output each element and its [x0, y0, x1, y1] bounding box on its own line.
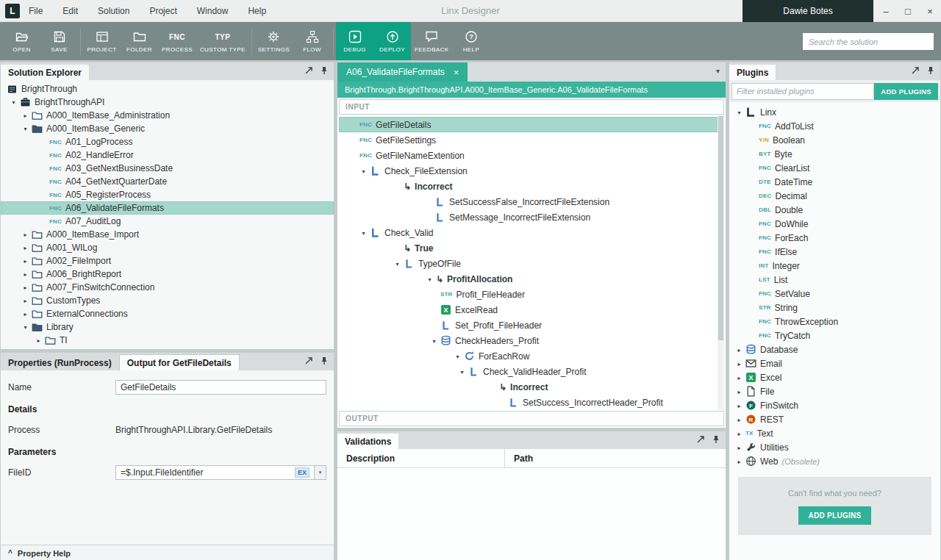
process-button[interactable]: FNCPROCESS — [158, 22, 196, 60]
plugin-item-database[interactable]: ▸Database — [729, 342, 940, 356]
solution-item-a006-brightreport[interactable]: ▸A006_BrightReport — [1, 268, 334, 281]
collapse-arrow-icon[interactable]: ▾ — [457, 368, 467, 375]
process-node-excelread[interactable]: XExcelRead — [339, 302, 724, 317]
expand-arrow-icon[interactable]: ▸ — [21, 298, 30, 304]
input-section-band[interactable]: INPUT — [339, 99, 724, 115]
plugin-item-ifelse[interactable]: FNCIfElse — [729, 245, 940, 259]
tab-solution-explorer[interactable]: Solution Explorer — [1, 65, 89, 80]
expand-arrow-icon[interactable]: ▸ — [21, 271, 30, 278]
process-node-profit-fileheader[interactable]: STRProfit_FileHeader — [339, 287, 724, 302]
plugin-item-dowhile[interactable]: FNCDoWhile — [729, 217, 940, 231]
search-input[interactable] — [803, 33, 934, 50]
tab-validations[interactable]: Validations — [337, 434, 398, 449]
expand-arrow-icon[interactable]: ▸ — [34, 337, 43, 344]
solution-item-brightthroughapi[interactable]: ▾BrightThroughAPI — [1, 96, 334, 109]
collapse-arrow-icon[interactable]: ▾ — [21, 324, 30, 331]
solution-item-brightthrough[interactable]: BrightThrough — [1, 82, 334, 96]
pin-icon[interactable] — [320, 356, 329, 365]
plugin-item-integer[interactable]: INTInteger — [729, 259, 940, 273]
process-node-setsuccessfalse-incorrectfileextension[interactable]: SetSuccessFalse_IncorrectFileExtension — [339, 194, 724, 209]
expand-arrow-icon[interactable]: ▸ — [734, 374, 744, 381]
tab-a06-validatefileformats[interactable]: A06_ValidateFileFormats × — [337, 62, 468, 82]
tab-properties-runprocess[interactable]: Properties (RunProcess) — [1, 355, 119, 370]
collapse-arrow-icon[interactable]: ▾ — [393, 260, 402, 267]
help-button[interactable]: ?HELP — [452, 22, 490, 60]
expand-arrow-icon[interactable]: ▸ — [21, 245, 30, 251]
menu-window[interactable]: Window — [197, 6, 229, 16]
folder-button[interactable]: FOLDER — [121, 22, 158, 60]
process-node-incorrect[interactable]: ↳Incorrect — [339, 379, 724, 395]
name-field[interactable] — [115, 380, 326, 395]
plugin-item-datetime[interactable]: DTEDateTime — [729, 175, 940, 189]
plugin-item-web[interactable]: ▸Web(Obsolete) — [729, 454, 940, 468]
process-node-true[interactable]: ↳True — [339, 240, 724, 256]
process-node-getfilenameextention[interactable]: FNCGetFileNameExtention — [339, 148, 724, 163]
plugin-item-utilities[interactable]: ▸Utilities — [729, 440, 940, 454]
close-button[interactable]: × — [919, 0, 941, 22]
collapse-arrow-icon[interactable]: ▾ — [734, 109, 744, 115]
expand-arrow-icon[interactable]: ▸ — [21, 311, 30, 317]
plugin-item-list[interactable]: LSTList — [729, 273, 940, 287]
plugin-item-text[interactable]: ▸TXText — [729, 426, 940, 440]
process-node-check-fileextension[interactable]: ▾Check_FileExtension — [339, 163, 724, 179]
collapse-arrow-icon[interactable]: ▾ — [21, 126, 30, 132]
feedback-button[interactable]: FEEDBACK — [411, 22, 452, 60]
column-description[interactable]: Description — [337, 449, 505, 467]
plugin-item-setvalue[interactable]: FNCSetValue — [729, 287, 940, 301]
solution-item-a02-handleerror[interactable]: FNCA02_HandleError — [1, 148, 334, 162]
fileid-field[interactable]: EX — [115, 465, 315, 480]
plugin-item-excel[interactable]: ▸XExcel — [729, 370, 940, 384]
tab-plugins[interactable]: Plugins — [729, 65, 776, 80]
solution-item-a001-wilog[interactable]: ▸A001_WILog — [1, 241, 334, 254]
process-node-check-valid[interactable]: ▾Check_Valid — [339, 225, 724, 240]
output-section-band[interactable]: OUTPUT — [339, 411, 724, 426]
plugin-item-addtolist[interactable]: FNCAddToList — [729, 119, 940, 133]
tab-output-for-getfiledetails[interactable]: Output for GetFileDetails — [119, 354, 240, 370]
collapse-arrow-icon[interactable]: ▾ — [453, 353, 462, 359]
solution-item-ti[interactable]: ▸TI — [1, 334, 334, 347]
process-node-setsuccess-incorrectheader-profit[interactable]: SetSuccess_IncorrectHeader_Profit — [339, 395, 724, 410]
plugin-item-decimal[interactable]: DECDecimal — [729, 189, 940, 203]
pin-icon[interactable] — [712, 435, 720, 444]
float-panel-icon[interactable] — [304, 66, 313, 75]
solution-item-a05-registerprocess[interactable]: FNCA05_RegisterProcess — [1, 188, 334, 201]
plugin-item-foreach[interactable]: FNCForEach — [729, 231, 940, 245]
maximize-button[interactable]: □ — [897, 0, 919, 22]
name-input[interactable] — [121, 382, 321, 392]
solution-item-externalconnections[interactable]: ▸ExternalConnections — [1, 307, 334, 320]
solution-item-a04-getnextquarterdate[interactable]: FNCA04_GetNextQuarterDate — [1, 175, 334, 188]
menu-help[interactable]: Help — [248, 6, 266, 16]
pin-icon[interactable] — [320, 66, 329, 75]
process-node-foreachrow[interactable]: ▾ForEachRow — [339, 348, 724, 364]
tab-list-icon[interactable]: ▾ — [716, 67, 720, 75]
solution-item-a07-auditlog[interactable]: FNCA07_AuditLog — [1, 215, 334, 228]
expand-arrow-icon[interactable]: ▸ — [21, 112, 30, 119]
process-node-typeoffile[interactable]: ▾TypeOfFile — [339, 256, 724, 271]
process-node-incorrect[interactable]: ↳Incorrect — [339, 179, 724, 194]
collapse-arrow-icon[interactable]: ▾ — [9, 99, 18, 106]
expand-arrow-icon[interactable]: ▸ — [21, 258, 30, 265]
plugin-filter-input[interactable] — [731, 83, 874, 100]
custom-type-button[interactable]: TYPCUSTOM TYPE — [196, 22, 249, 60]
close-tab-icon[interactable]: × — [454, 67, 459, 78]
menu-edit[interactable]: Edit — [62, 6, 78, 16]
solution-item-a000-itembase-generic[interactable]: ▾A000_ItemBase_Generic — [1, 122, 334, 135]
process-node-getfiledetails[interactable]: FNCGetFileDetails — [339, 117, 724, 132]
solution-item-customtypes[interactable]: ▸CustomTypes — [1, 294, 334, 307]
expand-arrow-icon[interactable]: ▸ — [21, 231, 30, 238]
column-path[interactable]: Path — [505, 449, 533, 467]
collapse-arrow-icon[interactable]: ▾ — [359, 168, 368, 174]
float-panel-icon[interactable] — [696, 435, 705, 444]
plugin-item-finswitch[interactable]: ▸FFinSwitch — [729, 398, 940, 412]
solution-item-a03-getnextbusinessdate[interactable]: FNCA03_GetNextBusinessDate — [1, 162, 334, 175]
add-plugins-button[interactable]: ADD PLUGINS — [874, 83, 938, 100]
collapse-arrow-icon[interactable]: ▾ — [429, 337, 439, 344]
settings-button[interactable]: SETTINGS — [254, 22, 293, 60]
process-node-set-profit-fileheader[interactable]: Set_Profit_FileHeader — [339, 317, 724, 333]
float-panel-icon[interactable] — [911, 66, 920, 75]
expand-arrow-icon[interactable]: ▸ — [734, 430, 744, 437]
pin-icon[interactable] — [926, 66, 935, 75]
expand-arrow-icon[interactable]: ▸ — [21, 284, 30, 291]
user-menu[interactable]: Dawie Botes — [743, 0, 873, 22]
plugin-item-rest[interactable]: ▸RREST — [729, 412, 940, 426]
